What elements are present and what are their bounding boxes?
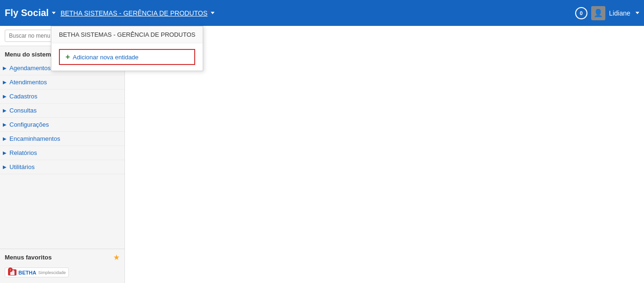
arrow-icon: ▶	[3, 94, 7, 99]
dropdown-header: BETHA SISTEMAS - GERÊNCIA DE PRODUTOS	[51, 26, 203, 43]
sidebar-item-label: Atendimentos	[9, 79, 47, 86]
page-title: Página Inicial	[136, 35, 633, 48]
brand-logo[interactable]: Fly Social	[5, 8, 56, 18]
avatar-icon: 👤	[594, 8, 603, 17]
user-menu-caret-icon	[636, 12, 639, 14]
arrow-icon: ▶	[3, 164, 7, 170]
top-nav-right: 0 👤 Lidiane	[575, 6, 639, 20]
user-name: Lidiane	[609, 9, 630, 17]
arrow-icon: ▶	[3, 108, 7, 113]
add-entity-label: Adicionar nova entidade	[73, 54, 139, 61]
entity-dropdown-panel: BETHA SISTEMAS - GERÊNCIA DE PRODUTOS + …	[51, 26, 203, 71]
sidebar-item-label: Consultas	[9, 107, 37, 114]
betha-logo-text: BETHA	[18, 270, 36, 275]
sidebar-menu-list: ▶ Agendamentos ▶ Atendimentos ▶ Cadastro…	[0, 61, 124, 249]
favorites-title: Menus favoritos	[5, 254, 52, 261]
betha-badge: ! 📄	[8, 269, 17, 275]
dropdown-body: + Adicionar nova entidade	[51, 43, 203, 71]
sidebar-item-encaminhamentos[interactable]: ▶ Encaminhamentos	[0, 132, 124, 146]
betha-logo-subtitle: Simplescidade	[38, 270, 66, 275]
favorites-star-icon[interactable]: ★	[113, 253, 120, 262]
betha-notification-dot: !	[8, 267, 13, 272]
sidebar-item-cadastros[interactable]: ▶ Cadastros	[0, 89, 124, 104]
sidebar-item-atendimentos[interactable]: ▶ Atendimentos	[0, 75, 124, 89]
sidebar-item-configuracoes[interactable]: ▶ Configurações	[0, 118, 124, 132]
sidebar-item-label: Configurações	[9, 121, 49, 128]
sidebar-item-label: Relatórios	[9, 149, 37, 156]
top-navigation: Fly Social BETHA SISTEMAS - GERÊNCIA DE …	[0, 0, 644, 26]
notification-count: 0	[580, 10, 583, 16]
arrow-icon: ▶	[3, 65, 7, 71]
sidebar-item-utilitarios[interactable]: ▶ Utilitários	[0, 160, 124, 174]
entity-label: BETHA SISTEMAS - GERÊNCIA DE PRODUTOS	[60, 9, 207, 17]
favorites-header: Menus favoritos ★	[5, 253, 120, 262]
sidebar-item-label: Encaminhamentos	[9, 135, 60, 142]
betha-logo: ! 📄 BETHA Simplescidade	[5, 267, 69, 277]
sidebar-item-label: Cadastros	[9, 93, 37, 100]
sidebar-favorites: Menus favoritos ★ ! 📄 BETHA Simplescidad…	[0, 249, 124, 283]
sidebar-item-relatorios[interactable]: ▶ Relatórios	[0, 146, 124, 160]
arrow-icon: ▶	[3, 122, 7, 127]
sidebar-item-label: Utilitários	[9, 163, 34, 170]
notification-badge[interactable]: 0	[575, 7, 587, 19]
favorite-item-betha[interactable]: ! 📄 BETHA Simplescidade	[5, 266, 120, 279]
brand-label: Fly Social	[5, 8, 49, 18]
user-avatar: 👤	[591, 6, 605, 20]
arrow-icon: ▶	[3, 80, 7, 85]
plus-icon: +	[66, 53, 70, 61]
sidebar-item-consultas[interactable]: ▶ Consultas	[0, 104, 124, 118]
dropdown-entity-name: BETHA SISTEMAS - GERÊNCIA DE PRODUTOS	[59, 31, 195, 38]
arrow-icon: ▶	[3, 136, 7, 141]
arrow-icon: ▶	[3, 150, 7, 155]
sidebar-menu-title: Menu do sistema	[5, 51, 54, 58]
annotation-arrow: ←	[205, 6, 215, 16]
add-entity-button[interactable]: + Adicionar nova entidade	[59, 49, 195, 65]
entity-selector[interactable]: BETHA SISTEMAS - GERÊNCIA DE PRODUTOS	[60, 9, 215, 17]
sidebar-item-label: Agendamentos	[9, 65, 50, 72]
brand-caret-icon	[52, 12, 56, 14]
